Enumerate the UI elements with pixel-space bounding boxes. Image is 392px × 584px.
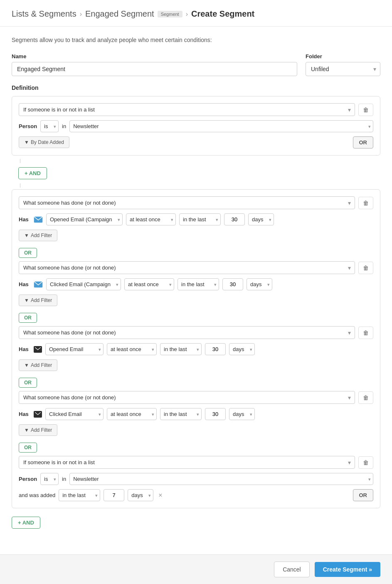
breadcrumb-lists-segments[interactable]: Lists & Segments bbox=[12, 9, 76, 19]
or-btn-1[interactable]: OR bbox=[19, 248, 37, 258]
or-separator-1: OR bbox=[19, 245, 373, 258]
or-separator-2: OR bbox=[19, 309, 373, 323]
sub-block1-action-select[interactable]: Opened Email (Campaign bbox=[46, 213, 123, 225]
sub-block2-action-select[interactable]: Clicked Email (Campaign bbox=[46, 278, 121, 290]
in-label-5: in bbox=[62, 476, 66, 482]
sub-block5-days-input[interactable] bbox=[104, 489, 124, 501]
trash-icon-sb2: 🗑 bbox=[363, 265, 369, 271]
block1-is-select[interactable]: is bbox=[40, 120, 59, 132]
sub-block2-freq-select[interactable]: at least once bbox=[124, 278, 174, 290]
sub-block4-action-select[interactable]: Clicked Email bbox=[45, 408, 104, 420]
sub-block2-unit-select[interactable]: days bbox=[247, 278, 272, 290]
sub-block5-in-the-last-select[interactable]: in the last bbox=[59, 489, 100, 501]
has-label-3: Has bbox=[19, 346, 30, 352]
sub-block3-add-filter-btn[interactable]: ▼ Add Filter bbox=[19, 359, 57, 371]
sub-block3-type-select[interactable]: What someone has done (or not done) bbox=[19, 326, 355, 339]
sub-block2-time-select[interactable]: in the last bbox=[178, 278, 219, 290]
campaign-email-icon-1 bbox=[34, 216, 43, 223]
page-description: Segments allow you to track and analyze … bbox=[12, 37, 380, 43]
filter-icon-sb1: ▼ bbox=[24, 233, 29, 238]
sub-block3-time-select[interactable]: in the last bbox=[160, 343, 202, 355]
sub-block2-delete-btn[interactable]: 🗑 bbox=[358, 262, 373, 274]
person-label-1: Person bbox=[19, 123, 37, 129]
sub-block1-time-select[interactable]: in the last bbox=[179, 213, 221, 225]
block1-list-select[interactable]: Newsletter bbox=[69, 120, 373, 132]
trash-icon-sb5: 🗑 bbox=[363, 459, 369, 466]
or-separator-3: OR bbox=[19, 374, 373, 388]
by-date-added-label: By Date Added bbox=[31, 139, 64, 145]
sub-block4-unit-select[interactable]: days bbox=[229, 408, 255, 420]
filter-icon-sb3: ▼ bbox=[24, 362, 29, 368]
sub-block1-value-input[interactable] bbox=[224, 213, 245, 225]
trash-icon-sb1: 🗑 bbox=[363, 200, 369, 206]
sub-block1-unit-select[interactable]: days bbox=[248, 213, 274, 225]
sub-block-4: What someone has done (or not done) 🗑 Ha… bbox=[19, 391, 373, 436]
breadcrumb: Lists & Segments › Engaged Segment Segme… bbox=[0, 0, 392, 27]
sub-block5-delete-btn[interactable]: 🗑 bbox=[358, 456, 373, 469]
or-btn-2[interactable]: OR bbox=[19, 313, 37, 323]
campaign-email-icon-2 bbox=[34, 281, 43, 288]
or-btn-3[interactable]: OR bbox=[19, 378, 37, 388]
person-label-5: Person bbox=[19, 476, 37, 482]
sub-block3-unit-select[interactable]: days bbox=[229, 343, 255, 355]
sub-block5-type-select[interactable]: If someone is in or not in a list bbox=[19, 456, 355, 469]
breadcrumb-engaged-segment[interactable]: Engaged Segment bbox=[85, 9, 154, 19]
sub-block3-value-input[interactable] bbox=[205, 343, 226, 355]
filter-icon-sb2: ▼ bbox=[24, 297, 29, 303]
folder-select[interactable]: Unfiled bbox=[306, 62, 380, 76]
condition-block-1: If someone is in or not in a list 🗑 Pers… bbox=[12, 96, 380, 156]
filter-icon-sb4: ▼ bbox=[24, 427, 29, 433]
block1-type-select[interactable]: If someone is in or not in a list bbox=[19, 103, 355, 116]
name-label: Name bbox=[12, 53, 297, 59]
add-filter-label-4: Add Filter bbox=[31, 427, 52, 433]
name-input[interactable] bbox=[12, 62, 297, 76]
sub-block3-action-select[interactable]: Opened Email bbox=[45, 343, 104, 355]
sub-block1-delete-btn[interactable]: 🗑 bbox=[358, 197, 373, 209]
has-label-4: Has bbox=[19, 411, 30, 417]
direct-email-icon-2 bbox=[34, 411, 42, 418]
and-btn-2[interactable]: + AND bbox=[12, 517, 40, 529]
block1-delete-btn[interactable]: 🗑 bbox=[358, 104, 373, 116]
sub-block2-type-select[interactable]: What someone has done (or not done) bbox=[19, 261, 355, 274]
or-separator-4: OR bbox=[19, 439, 373, 453]
page-title: Create Segment bbox=[191, 9, 254, 19]
add-filter-label-1: Add Filter bbox=[31, 233, 52, 238]
and-was-added-label: and was added bbox=[19, 492, 55, 498]
block1-by-date-btn[interactable]: ▼ By Date Added bbox=[19, 136, 69, 148]
sub-block2-add-filter-btn[interactable]: ▼ Add Filter bbox=[19, 294, 57, 306]
sub-block-2: What someone has done (or not done) 🗑 Ha… bbox=[19, 261, 373, 306]
sub-block3-delete-btn[interactable]: 🗑 bbox=[358, 327, 373, 339]
add-filter-label-2: Add Filter bbox=[31, 297, 52, 303]
sub-block-5: If someone is in or not in a list 🗑 Pers… bbox=[19, 456, 373, 501]
definition-label: Definition bbox=[12, 84, 380, 91]
sub-block5-clear-btn[interactable]: × bbox=[157, 491, 164, 500]
sub-block2-value-input[interactable] bbox=[222, 278, 243, 290]
sub-block3-freq-select[interactable]: at least once bbox=[107, 343, 157, 355]
breadcrumb-chevron-2: › bbox=[186, 10, 188, 18]
trash-icon-sb3: 🗑 bbox=[363, 329, 369, 336]
sub-block1-type-select[interactable]: What someone has done (or not done) bbox=[19, 196, 355, 209]
sub-block4-type-select[interactable]: What someone has done (or not done) bbox=[19, 391, 355, 404]
sub-block1-freq-select[interactable]: at least once bbox=[126, 213, 176, 225]
sub-block5-or-btn[interactable]: OR bbox=[353, 489, 374, 501]
cancel-button[interactable]: Cancel bbox=[274, 562, 310, 577]
sub-block5-days-unit-select[interactable]: days bbox=[128, 489, 153, 501]
create-segment-button[interactable]: Create Segment » bbox=[315, 562, 380, 577]
sub-block4-delete-btn[interactable]: 🗑 bbox=[358, 391, 373, 404]
filter-icon-1: ▼ bbox=[24, 139, 29, 145]
condition-group-block: What someone has done (or not done) 🗑 Ha… bbox=[12, 189, 380, 508]
or-btn-4[interactable]: OR bbox=[19, 443, 37, 453]
breadcrumb-chevron-1: › bbox=[80, 10, 82, 18]
in-label-1: in bbox=[62, 123, 66, 129]
sub-block4-add-filter-btn[interactable]: ▼ Add Filter bbox=[19, 424, 57, 436]
block1-or-btn[interactable]: OR bbox=[353, 136, 374, 148]
trash-icon-sb4: 🗑 bbox=[363, 394, 369, 401]
has-label-2: Has bbox=[19, 281, 30, 287]
and-btn-1[interactable]: + AND bbox=[18, 167, 47, 179]
sub-block5-is-select[interactable]: is bbox=[40, 473, 59, 485]
sub-block5-list-select[interactable]: Newsletter bbox=[69, 473, 373, 485]
sub-block4-time-select[interactable]: in the last bbox=[160, 408, 202, 420]
sub-block4-freq-select[interactable]: at least once bbox=[107, 408, 157, 420]
sub-block1-add-filter-btn[interactable]: ▼ Add Filter bbox=[19, 230, 57, 241]
sub-block4-value-input[interactable] bbox=[205, 408, 226, 420]
